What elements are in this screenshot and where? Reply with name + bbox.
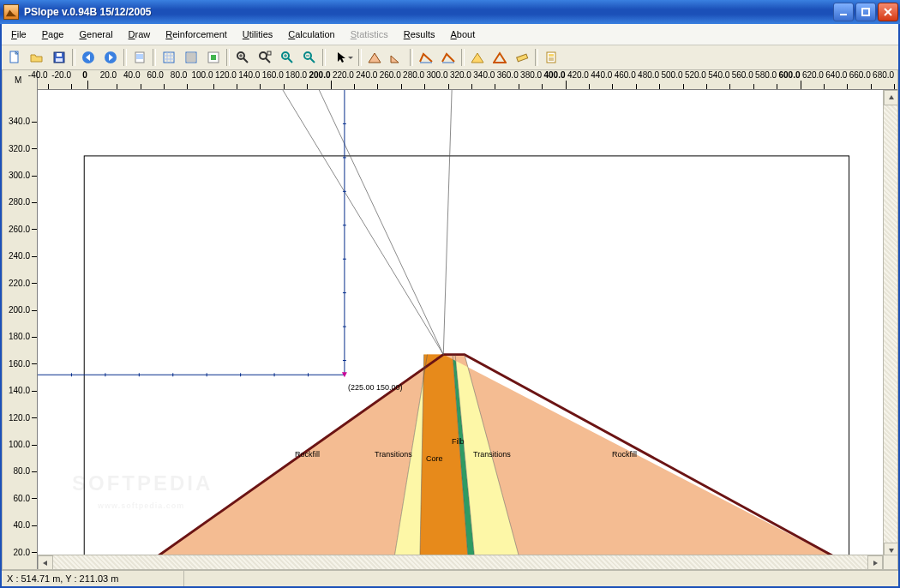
zoom-extents-button[interactable] bbox=[255, 47, 275, 68]
menu-statistics: Statistics bbox=[345, 26, 394, 43]
drawing-canvas[interactable]: SOFTPEDIA www.softpedia.com bbox=[38, 90, 883, 555]
scroll-up-button[interactable] bbox=[884, 90, 898, 105]
cursor-tool-button[interactable] bbox=[328, 47, 356, 68]
slope-left-button[interactable] bbox=[364, 47, 385, 68]
svg-line-37 bbox=[266, 58, 270, 63]
svg-rect-31 bbox=[211, 55, 216, 60]
svg-rect-50 bbox=[549, 54, 554, 57]
node-highlight-button[interactable] bbox=[203, 47, 224, 68]
menu-results[interactable]: Results bbox=[398, 26, 441, 43]
workspace: M 020.040.060.080.0100.0120.0140.0160.01… bbox=[2, 70, 898, 570]
zone-rockfill-left bbox=[141, 355, 443, 555]
ruler-unit: M bbox=[15, 75, 21, 85]
svg-rect-48 bbox=[517, 54, 528, 62]
menu-calculation[interactable]: Calculation bbox=[282, 26, 340, 43]
save-button[interactable] bbox=[49, 47, 69, 68]
grid-toggle-button[interactable] bbox=[159, 47, 179, 68]
close-button[interactable] bbox=[878, 3, 898, 21]
scroll-left-button[interactable] bbox=[38, 555, 53, 570]
svg-line-33 bbox=[243, 58, 248, 63]
ruler-horizontal: -40.0-20.0020.040.060.080.0100.0120.0140… bbox=[38, 70, 897, 90]
menu-reinforcement[interactable]: Reinforcement bbox=[159, 26, 233, 43]
maximize-button[interactable] bbox=[855, 3, 876, 21]
surface-2-button[interactable] bbox=[438, 47, 459, 68]
slope-right-button[interactable] bbox=[387, 47, 407, 68]
menu-general[interactable]: General bbox=[73, 26, 118, 43]
zoom-in-button[interactable] bbox=[277, 47, 297, 68]
ruler-vertical: M 020.040.060.080.0100.0120.0140.0160.01… bbox=[3, 70, 38, 569]
svg-rect-1 bbox=[862, 9, 869, 15]
title-bar: PSlope v.0.94B 15/12/2005 bbox=[0, 0, 900, 24]
menu-bar: File Page General Draw Reinforcement Uti… bbox=[2, 24, 898, 45]
zoom-out-button[interactable] bbox=[299, 47, 320, 68]
status-bar: X : 514.71 m, Y : 211.03 m bbox=[2, 570, 898, 586]
report-button[interactable] bbox=[541, 47, 561, 68]
scrollbar-horizontal[interactable] bbox=[38, 555, 897, 569]
menu-about[interactable]: About bbox=[444, 26, 481, 43]
svg-line-58 bbox=[283, 90, 443, 355]
status-coords: X : 514.71 m, Y : 211.03 m bbox=[2, 571, 184, 586]
svg-line-60 bbox=[443, 90, 452, 355]
svg-line-59 bbox=[319, 90, 443, 355]
svg-rect-38 bbox=[267, 51, 271, 55]
svg-rect-49 bbox=[547, 52, 555, 63]
grid-fine-button[interactable] bbox=[181, 47, 201, 68]
scroll-right-button[interactable] bbox=[867, 555, 883, 570]
svg-rect-10 bbox=[135, 52, 144, 63]
app-icon bbox=[3, 4, 19, 20]
svg-point-36 bbox=[260, 52, 267, 59]
layer-outline-button[interactable] bbox=[489, 47, 510, 68]
cross-section-svg bbox=[38, 90, 883, 555]
svg-rect-7 bbox=[56, 58, 63, 62]
nav-fwd-button[interactable] bbox=[100, 47, 121, 68]
new-button[interactable] bbox=[4, 47, 25, 68]
scrollbar-vertical[interactable] bbox=[883, 90, 897, 555]
menu-file[interactable]: File bbox=[5, 26, 33, 43]
toolbar bbox=[2, 45, 898, 70]
menu-page[interactable]: Page bbox=[36, 26, 70, 43]
svg-rect-6 bbox=[57, 53, 62, 57]
minimize-button[interactable] bbox=[833, 3, 854, 21]
zoom-window-button[interactable] bbox=[232, 47, 253, 68]
surface-1-button[interactable] bbox=[416, 47, 436, 68]
ray-lines bbox=[283, 90, 452, 355]
open-button[interactable] bbox=[27, 47, 47, 68]
page-setup-button[interactable] bbox=[129, 47, 150, 68]
svg-line-40 bbox=[288, 58, 292, 63]
layer-fill-button[interactable] bbox=[467, 47, 488, 68]
svg-rect-14 bbox=[164, 52, 174, 63]
window-title: PSlope v.0.94B 15/12/2005 bbox=[24, 6, 833, 18]
measure-button[interactable] bbox=[512, 47, 532, 68]
svg-line-44 bbox=[310, 58, 315, 63]
nav-back-button[interactable] bbox=[78, 47, 99, 68]
menu-draw[interactable]: Draw bbox=[123, 26, 157, 43]
menu-utilities[interactable]: Utilities bbox=[237, 26, 279, 43]
